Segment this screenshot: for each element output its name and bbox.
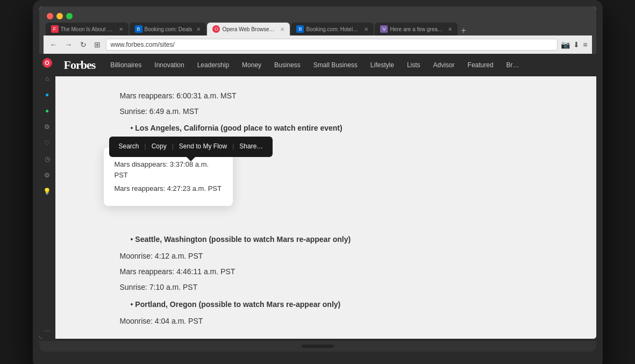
tab-favicon-5: V <box>380 25 388 33</box>
tab-5[interactable]: V Here are a few great gifts… ✕ <box>375 23 458 35</box>
maximize-button[interactable] <box>66 13 73 19</box>
tab-label-2: Booking.com: Deals <box>145 26 192 32</box>
context-menu-bar: Search | Copy | Send to My Flow | Share… <box>109 137 273 157</box>
tab-close-5[interactable]: ✕ <box>448 26 452 32</box>
forward-button[interactable]: → <box>63 39 75 50</box>
ctx-sep-1: | <box>144 141 147 153</box>
tooltip-line-1: Mars disappears: 3:37:08 a.m. PST <box>115 159 222 180</box>
download-icon[interactable]: ⬇ <box>573 40 580 49</box>
settings-icon[interactable]: ≡ <box>583 40 587 49</box>
bullet-text-1: Seattle, Washington (possible to watch M… <box>135 235 351 244</box>
more-icon[interactable]: … <box>42 324 53 334</box>
context-menu-arrow <box>187 157 195 161</box>
close-button[interactable] <box>47 13 53 19</box>
tab-favicon-3: O <box>212 25 220 33</box>
nav-small-business[interactable]: Small Business <box>307 56 364 74</box>
context-menu-wrapper: Search | Copy | Send to My Flow | Share… <box>109 137 273 157</box>
article-line-7: Sunrise: 7:10 a.m. PST <box>120 281 586 294</box>
address-bar[interactable]: www.forbes.com/sites/ <box>106 39 558 51</box>
whatsapp-icon[interactable]: ● <box>42 105 53 116</box>
article-body: Search | Copy | Send to My Flow | Share…… <box>55 76 596 339</box>
titlebar <box>44 11 592 23</box>
minimize-button[interactable] <box>56 13 63 19</box>
tab-close-1[interactable]: ✕ <box>119 26 123 32</box>
article-lines: Mars reappears: 6:00:31 a.m. MST Sunrise… <box>120 89 586 328</box>
forbes-logo: Forbes <box>64 54 104 76</box>
nav-money[interactable]: Money <box>236 56 268 74</box>
bullet-text-0: Los Angeles, California (good place to w… <box>135 124 342 132</box>
nav-business[interactable]: Business <box>268 56 307 74</box>
toolbar: ← → ↻ ⊞ www.forbes.com/sites/ 📷 ⬇ ≡ <box>44 35 592 54</box>
extensions-icon[interactable]: ⚙ <box>42 170 53 181</box>
tab-favicon-1: F <box>51 25 59 33</box>
ctx-sep-2: | <box>171 141 175 153</box>
article-line-1: Sunrise: 6:49 a.m. MST <box>120 105 586 118</box>
nav-innovation[interactable]: Innovation <box>148 56 190 74</box>
history-icon[interactable]: ◷ <box>42 154 53 165</box>
ctx-search[interactable]: Search <box>115 140 144 154</box>
article-bullet-2: • Portland, Oregon (possible to watch Ma… <box>131 298 586 311</box>
opera-logo[interactable]: O <box>42 58 52 68</box>
grid-button[interactable]: ⊞ <box>92 39 103 50</box>
tab-2[interactable]: B Booking.com: Deals ✕ <box>130 23 206 35</box>
favorites-icon[interactable]: ♡ <box>42 138 53 148</box>
nav-leadership[interactable]: Leadership <box>191 56 236 74</box>
browser-chrome: F The Moon Is About To 'Eat'… ✕ B Bookin… <box>39 6 596 54</box>
article-line-5: Moonrise: 4:12 a.m. PST <box>120 249 586 263</box>
bullet-text-2: Portland, Oregon (possible to watch Mars… <box>135 300 340 309</box>
article-bullet-1: • Seattle, Washington (possible to watch… <box>131 233 586 246</box>
article-line-6: Mars reappears: 4:46:11 a.m. PST <box>120 265 586 279</box>
ctx-sep-3: | <box>231 141 235 153</box>
tab-close-2[interactable]: ✕ <box>196 26 201 32</box>
nav-br[interactable]: Br… <box>500 56 526 74</box>
tooltip-line-2: Mars reappears: 4:27:23 a.m. PST <box>115 183 222 194</box>
settings-icon[interactable]: ⚙ <box>42 122 53 132</box>
tab-close-4[interactable]: ✕ <box>364 26 368 32</box>
nav-featured[interactable]: Featured <box>461 56 500 74</box>
reload-button[interactable]: ↻ <box>78 39 89 50</box>
article-line-9: Moonrise: 4:04 a.m. PST <box>120 315 586 328</box>
tab-label-3: Opera Web Browser | Faste… <box>222 26 276 32</box>
screen: F The Moon Is About To 'Eat'… ✕ B Bookin… <box>39 6 596 339</box>
article-line-0: Mars reappears: 6:00:31 a.m. MST <box>120 89 586 103</box>
screenshot-icon[interactable]: 📷 <box>561 40 570 49</box>
tab-label-5: Here are a few great gifts… <box>390 26 444 32</box>
content-area: O ⌂ ● ● ⚙ ♡ ◷ ⚙ 💡 … Forbes Billionaires … <box>39 54 596 339</box>
tab-4[interactable]: B Booking.com: Hotels in To… ✕ <box>291 23 374 35</box>
forbes-nav: Forbes Billionaires Innovation Leadershi… <box>55 54 596 76</box>
nav-lists[interactable]: Lists <box>401 56 427 74</box>
nav-advisor[interactable]: Advisor <box>427 56 461 74</box>
home-icon[interactable]: ⌂ <box>42 73 53 84</box>
tab-3[interactable]: O Opera Web Browser | Faste… ✕ <box>207 23 290 35</box>
wallet-icon[interactable]: 💡 <box>42 186 53 197</box>
tab-1[interactable]: F The Moon Is About To 'Eat'… ✕ <box>46 23 129 35</box>
tab-bar: F The Moon Is About To 'Eat'… ✕ B Bookin… <box>44 23 592 35</box>
tab-favicon-4: B <box>296 25 304 33</box>
tab-favicon-2: B <box>135 25 142 33</box>
messenger-icon[interactable]: ● <box>42 89 53 100</box>
back-button[interactable]: ← <box>48 39 60 50</box>
laptop-bottom <box>39 341 596 352</box>
laptop-notch <box>302 345 334 348</box>
tab-close-3[interactable]: ✕ <box>280 26 284 32</box>
left-sidebar: O ⌂ ● ● ⚙ ♡ ◷ ⚙ 💡 … <box>39 54 55 339</box>
nav-items: Billionaires Innovation Leadership Money… <box>104 56 587 74</box>
new-tab-button[interactable]: + <box>459 26 468 35</box>
ctx-share[interactable]: Share… <box>235 140 267 154</box>
page-content: Forbes Billionaires Innovation Leadershi… <box>55 54 596 339</box>
tab-label-4: Booking.com: Hotels in To… <box>306 26 360 32</box>
address-text: www.forbes.com/sites/ <box>111 41 553 48</box>
ctx-send-to-flow[interactable]: Send to My Flow <box>175 140 231 154</box>
laptop-frame: F The Moon Is About To 'Eat'… ✕ B Bookin… <box>33 0 603 364</box>
tab-label-1: The Moon Is About To 'Eat'… <box>61 26 115 32</box>
ctx-copy[interactable]: Copy <box>147 140 171 154</box>
nav-lifestyle[interactable]: Lifestyle <box>364 56 401 74</box>
article-bullet-0: • Los Angeles, California (good place to… <box>131 122 586 135</box>
nav-billionaires[interactable]: Billionaires <box>104 56 148 74</box>
